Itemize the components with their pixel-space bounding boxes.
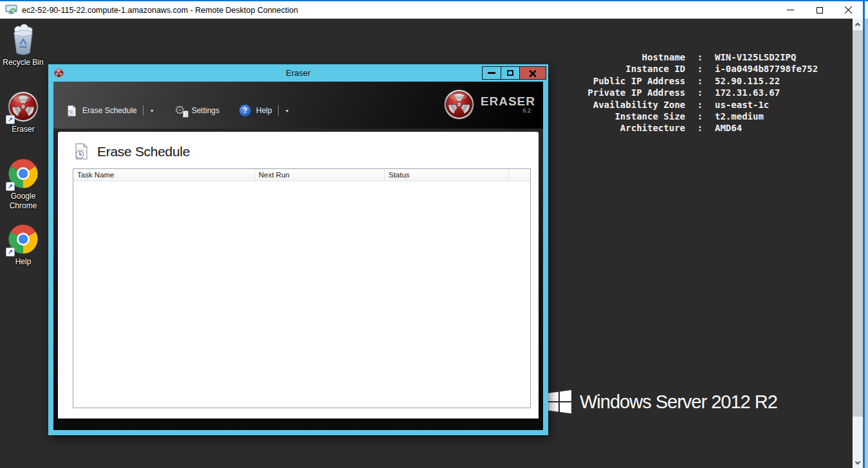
column-header-status[interactable]: Status — [385, 169, 509, 181]
eraser-maximize-button[interactable] — [501, 66, 520, 80]
brand-version: 6.2 — [522, 107, 531, 114]
schedule-table-body[interactable] — [73, 181, 530, 408]
eraser-window: Eraser Erase Schedule ▼ — [48, 64, 548, 435]
schedule-page-icon — [73, 143, 90, 160]
close-icon — [529, 69, 537, 77]
bginfo-label: Availability Zone — [560, 99, 685, 111]
minimize-icon — [488, 72, 495, 74]
settings-label: Settings — [192, 106, 219, 115]
bginfo-separator: : — [685, 111, 715, 122]
help-question-icon: ? — [239, 104, 252, 117]
eraser-window-body: Erase Schedule ▼ ⚙ Settings ? — [53, 82, 543, 430]
maximize-icon — [507, 70, 513, 76]
bginfo-value: WIN-V125LSD2IPQ — [715, 51, 818, 63]
rdp-close-button[interactable] — [834, 1, 863, 19]
eraser-minimize-button[interactable] — [482, 66, 501, 80]
column-header-empty — [509, 169, 530, 181]
help-dropdown-caret[interactable]: ▼ — [280, 109, 295, 113]
bginfo-separator: : — [685, 51, 715, 63]
eraser-window-controls — [483, 66, 546, 80]
chevron-up-icon — [855, 22, 860, 28]
recycle-bin-icon — [7, 24, 39, 56]
scrollbar-up-button[interactable] — [853, 19, 863, 30]
bginfo-value: 52.90.115.22 — [715, 75, 818, 87]
rdp-titlebar[interactable]: ec2-52-90-115-22.compute-1.amazonaws.com… — [0, 0, 868, 19]
shortcut-arrow-icon: ↗ — [6, 115, 15, 124]
bginfo-separator: : — [685, 99, 715, 111]
rdp-minimize-button[interactable] — [776, 1, 805, 19]
desktop-icon-recycle-bin[interactable]: Recycle Bin — [0, 24, 46, 68]
desktop-icon-label: Recycle Bin — [3, 58, 43, 68]
bginfo-value: t2.medium — [715, 111, 818, 122]
bginfo-separator: : — [685, 87, 715, 98]
bginfo-system-info: Hostname:WIN-V125LSD2IPQ Instance ID:i-0… — [560, 51, 818, 134]
rdp-window-border — [863, 0, 865, 468]
bginfo-value: 172.31.63.67 — [715, 87, 818, 98]
bginfo-separator: : — [685, 122, 715, 134]
gear-icon: ⚙ — [174, 104, 187, 117]
bginfo-value: i-0a0494b87798fe752 — [715, 63, 818, 75]
bginfo-label: Private IP Address — [560, 87, 685, 98]
maximize-icon — [817, 7, 823, 14]
shortcut-arrow-icon: ↗ — [6, 248, 15, 256]
windows-flag-icon — [548, 390, 571, 414]
eraser-window-title: Eraser — [48, 68, 548, 78]
desktop-icon-google-chrome[interactable]: ↗ Google Chrome — [0, 158, 46, 211]
scrollbar-thumb[interactable] — [853, 30, 863, 417]
bginfo-separator: : — [685, 63, 715, 75]
settings-button[interactable]: ⚙ Settings — [170, 104, 224, 117]
bginfo-label: Public IP Address — [560, 75, 685, 87]
panel-heading: Erase Schedule — [73, 143, 190, 160]
eraser-titlebar[interactable]: Eraser — [48, 64, 548, 82]
chrome-icon: ↗ — [7, 223, 39, 255]
desktop: Recycle Bin ↗ Eraser ↗ Google Chrome ↗ H… — [0, 19, 853, 468]
erase-schedule-dropdown-caret[interactable]: ▼ — [145, 109, 160, 113]
eraser-radiation-logo-icon — [443, 89, 475, 120]
desktop-icon-label: Google Chrome — [0, 192, 46, 211]
bginfo-separator: : — [685, 75, 715, 87]
column-header-task-name[interactable]: Task Name — [73, 169, 255, 181]
rdp-window-controls — [776, 1, 863, 19]
scrollbar-down-button[interactable] — [853, 457, 863, 468]
help-label: Help — [256, 106, 272, 115]
bginfo-label: Instance Size — [560, 111, 685, 122]
bginfo-label: Hostname — [560, 51, 685, 63]
settings-list-icon — [183, 111, 189, 118]
schedule-table-header: Task Name Next Run Status — [73, 169, 530, 181]
panel-heading-text: Erase Schedule — [97, 144, 190, 159]
erase-schedule-button[interactable]: Erase Schedule — [61, 105, 142, 117]
column-header-next-run[interactable]: Next Run — [255, 169, 385, 181]
toolbar-separator — [278, 105, 279, 116]
brand-name: ERASER — [481, 95, 535, 108]
desktop-icon-label: Eraser — [12, 125, 34, 134]
eraser-toolbar: Erase Schedule ▼ ⚙ Settings ? — [53, 82, 543, 129]
rdp-window-title: ec2-52-90-115-22.compute-1.amazonaws.com… — [22, 6, 298, 15]
rdp-connection-icon — [5, 4, 17, 15]
bginfo-value: AMD64 — [715, 122, 818, 134]
rdp-maximize-button[interactable] — [805, 1, 834, 19]
windows-server-logo: Windows Server 2012 R2 — [548, 390, 777, 414]
erase-schedule-label: Erase Schedule — [82, 106, 137, 115]
bginfo-value: us-east-1c — [715, 99, 818, 111]
bginfo-label: Architecture — [560, 122, 685, 134]
eraser-radiation-icon: ↗ — [7, 91, 39, 123]
desktop-icon-eraser[interactable]: ↗ Eraser — [0, 91, 46, 134]
toolbar-separator — [143, 105, 143, 116]
close-icon — [844, 6, 853, 14]
desktop-icon-label: Help — [15, 257, 32, 267]
erase-schedule-panel: Erase Schedule Task Name Next Run Status — [58, 132, 539, 419]
bginfo-label: Instance ID — [560, 63, 685, 75]
rdp-vertical-scrollbar[interactable] — [853, 19, 863, 468]
chrome-icon: ↗ — [7, 158, 39, 190]
eraser-close-button[interactable] — [519, 66, 546, 80]
shortcut-arrow-icon: ↗ — [6, 182, 15, 191]
schedule-page-icon — [66, 105, 78, 117]
help-button[interactable]: ? Help — [234, 104, 277, 117]
rdp-window-edge — [865, 19, 868, 468]
schedule-table: Task Name Next Run Status — [73, 168, 531, 408]
minimize-icon — [787, 10, 794, 10]
eraser-brand-logo: ERASER 6.2 — [443, 89, 535, 120]
os-version-text: Windows Server 2012 R2 — [580, 392, 777, 413]
desktop-icon-help[interactable]: ↗ Help — [0, 223, 46, 267]
chevron-down-icon — [855, 459, 860, 464]
